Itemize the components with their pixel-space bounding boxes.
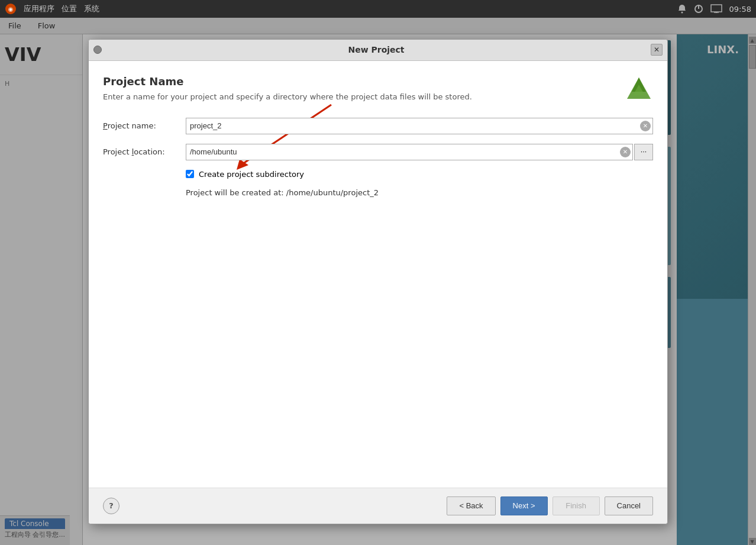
system-icon: ◉: [5, 3, 17, 15]
dialog-heading: Project Name: [103, 75, 472, 88]
next-button[interactable]: Next >: [500, 496, 548, 515]
monitor-icon: [710, 4, 722, 14]
project-location-input-wrapper: ✕: [186, 144, 633, 160]
create-subdirectory-checkbox[interactable]: [186, 170, 194, 178]
menu-location[interactable]: 位置: [62, 4, 77, 14]
power-icon: [694, 4, 703, 14]
dialog-title: New Project: [102, 45, 651, 54]
taskbar-left: ◉ 应用程序 位置 系统: [5, 3, 99, 15]
notification-icon: [677, 4, 687, 14]
project-name-group: Project name: ✕: [103, 118, 653, 134]
project-name-label: Project name:: [103, 121, 186, 130]
taskbar-right: 09:58: [677, 4, 751, 14]
dialog-body: Project Name Enter a name for your proje…: [89, 61, 667, 488]
browse-button[interactable]: ···: [634, 144, 653, 160]
taskbar: ◉ 应用程序 位置 系统 09:58: [0, 0, 756, 18]
project-location-label: Project location:: [103, 147, 186, 156]
vivado-triangle-icon: [625, 75, 653, 104]
project-path-info: Project will be created at: /home/ubuntu…: [103, 188, 653, 197]
menu-apps[interactable]: 应用程序: [24, 4, 54, 14]
dialog-titlebar: New Project ✕: [89, 40, 667, 61]
svg-text:◉: ◉: [8, 6, 14, 12]
dialog-close-button[interactable]: ✕: [651, 44, 663, 56]
footer-buttons: < Back Next > Finish Cancel: [447, 496, 653, 515]
dialog-titlebar-left: [93, 46, 102, 54]
svg-marker-12: [237, 159, 248, 170]
project-name-input-wrapper: ✕: [186, 118, 653, 134]
dialog-header-text: Project Name Enter a name for your proje…: [103, 75, 472, 101]
project-location-input[interactable]: [186, 144, 633, 160]
new-project-dialog: New Project ✕ Project Name Enter a name …: [88, 39, 668, 524]
clock: 09:58: [729, 5, 751, 14]
menu-system[interactable]: 系统: [84, 4, 99, 14]
dialog-header-section: Project Name Enter a name for your proje…: [103, 75, 653, 104]
dialog-footer: ? < Back Next > Finish Cancel: [89, 488, 667, 524]
project-location-group: Project location: ✕ ···: [103, 144, 653, 160]
svg-rect-5: [711, 5, 722, 12]
footer-left: ?: [103, 498, 119, 514]
create-subdirectory-label: Create project subdirectory: [199, 170, 304, 179]
back-button[interactable]: < Back: [447, 496, 495, 515]
project-name-input[interactable]: [186, 118, 653, 134]
red-arrow-annotation: [172, 93, 343, 179]
create-subdirectory-group: Create project subdirectory: [103, 170, 653, 179]
body-spacer: [103, 207, 653, 478]
dialog-dot-1: [93, 46, 102, 54]
cancel-button[interactable]: Cancel: [605, 496, 653, 515]
project-name-clear-button[interactable]: ✕: [640, 121, 651, 131]
finish-button: Finish: [553, 496, 600, 515]
dialog-description: Enter a name for your project and specif…: [103, 92, 472, 101]
modal-overlay: New Project ✕ Project Name Enter a name …: [0, 18, 756, 545]
svg-point-2: [681, 12, 683, 14]
help-button[interactable]: ?: [103, 498, 119, 514]
project-location-clear-button[interactable]: ✕: [620, 147, 631, 157]
